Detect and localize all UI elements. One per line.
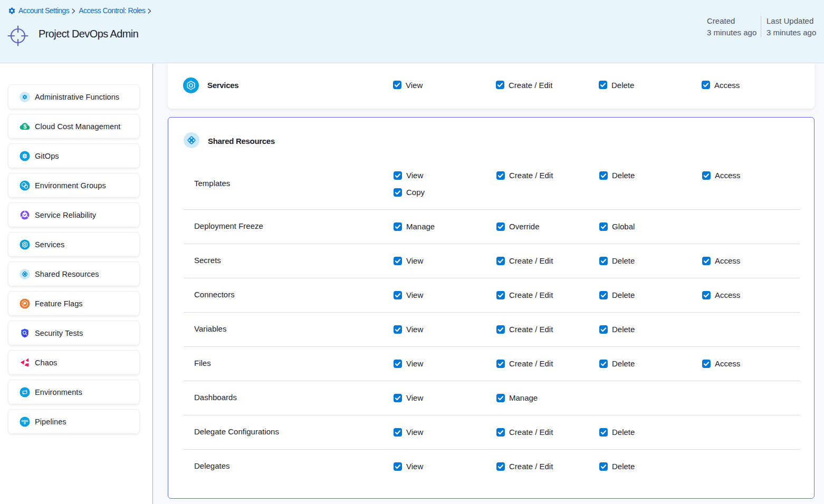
svg-text:$: $	[23, 123, 26, 129]
